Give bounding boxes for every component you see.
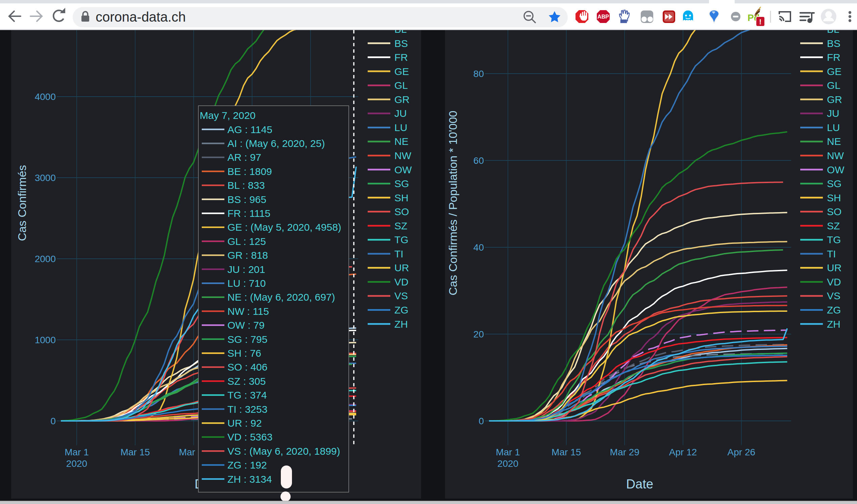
svg-text:BS: BS [827, 38, 840, 49]
svg-text:LU: LU [827, 122, 840, 133]
svg-text:GE : (May 5, 2020, 4958): GE : (May 5, 2020, 4958) [228, 222, 341, 233]
svg-text:ZH: ZH [827, 318, 840, 330]
svg-text:Cas Confirmés / Population * 1: Cas Confirmés / Population * 10'000 [447, 110, 459, 295]
svg-text:VD: VD [394, 276, 408, 288]
svg-text:ZG: ZG [394, 305, 408, 315]
svg-text:Mar 15: Mar 15 [120, 447, 150, 457]
svg-text:TG: TG [394, 234, 408, 245]
svg-text:NE: NE [394, 136, 408, 147]
svg-text:80: 80 [473, 69, 484, 79]
svg-text:GR : 818: GR : 818 [228, 250, 268, 261]
svg-text:TG: TG [827, 234, 841, 245]
svg-text:NE : (May 6, 2020, 697): NE : (May 6, 2020, 697) [228, 292, 335, 303]
svg-text:Apr 26: Apr 26 [727, 447, 756, 457]
svg-text:2020: 2020 [498, 458, 518, 469]
svg-text:FR : 1115: FR : 1115 [228, 208, 270, 219]
svg-text:3000: 3000 [35, 173, 56, 183]
svg-text:2000: 2000 [35, 254, 56, 264]
svg-text:Mar 29: Mar 29 [610, 447, 639, 457]
svg-text:TG : 374: TG : 374 [228, 389, 267, 401]
svg-text:SZ : 305: SZ : 305 [228, 376, 266, 387]
svg-text:ZH: ZH [394, 318, 408, 330]
svg-text:Mar 1: Mar 1 [65, 447, 89, 457]
svg-text:SH: SH [827, 192, 841, 203]
svg-text:TI: TI [394, 248, 403, 259]
svg-text:0: 0 [478, 416, 484, 426]
svg-text:corona-data.ch: corona-data.ch [96, 10, 186, 24]
svg-text:Mar 1: Mar 1 [496, 447, 520, 457]
svg-text:ZG: ZG [827, 305, 841, 315]
svg-text:NE: NE [827, 136, 841, 147]
svg-text:JU: JU [394, 108, 407, 119]
svg-text:OW: OW [394, 164, 412, 175]
svg-text:Cas Confirmés: Cas Confirmés [16, 165, 28, 241]
svg-text:VS: VS [394, 290, 408, 301]
svg-text:Apr 12: Apr 12 [669, 447, 697, 457]
svg-text:Date: Date [626, 477, 653, 491]
svg-text:BE : 1809: BE : 1809 [228, 166, 272, 177]
svg-text:ABP: ABP [598, 14, 609, 20]
svg-text:VD: VD [827, 276, 841, 288]
svg-text:1000: 1000 [35, 335, 56, 345]
svg-text:SH: SH [394, 192, 408, 203]
svg-text:GL: GL [394, 80, 408, 91]
svg-text:BS: BS [394, 38, 408, 49]
svg-text:NW : 115: NW : 115 [228, 306, 269, 317]
svg-text:SH : 76: SH : 76 [228, 348, 261, 359]
svg-text:ZH : 3134: ZH : 3134 [228, 474, 272, 485]
svg-text:ZG : 192: ZG : 192 [228, 459, 267, 471]
svg-text:AG : 1145: AG : 1145 [228, 124, 272, 135]
svg-text:VD : 5363: VD : 5363 [228, 431, 272, 442]
svg-text:AI : (May 6, 2020, 25): AI : (May 6, 2020, 25) [228, 138, 325, 149]
svg-text:LU: LU [394, 122, 407, 133]
svg-text:UR : 92: UR : 92 [228, 418, 262, 429]
svg-text:SG : 795: SG : 795 [228, 334, 267, 345]
svg-text:FR: FR [394, 52, 408, 63]
svg-text:SO: SO [827, 206, 841, 217]
svg-text:TI: TI [827, 248, 836, 259]
svg-text:SG: SG [394, 178, 409, 189]
svg-text:SO: SO [394, 206, 409, 217]
svg-text:LU : 710: LU : 710 [228, 278, 266, 289]
svg-text:!: ! [759, 18, 761, 26]
svg-text:TI : 3253: TI : 3253 [228, 404, 267, 415]
svg-text:VS : (May 6, 2020, 1899): VS : (May 6, 2020, 1899) [228, 446, 340, 457]
svg-text:40: 40 [473, 242, 484, 253]
svg-text:JU : 201: JU : 201 [228, 264, 265, 275]
svg-text:SZ: SZ [394, 220, 407, 231]
svg-text:Mar 15: Mar 15 [552, 447, 581, 457]
svg-text:UR: UR [394, 262, 409, 273]
svg-text:SZ: SZ [827, 220, 840, 231]
svg-text:UR: UR [827, 262, 841, 273]
svg-text:OW: OW [827, 164, 844, 175]
svg-text:SG: SG [827, 178, 841, 189]
svg-text:NW: NW [827, 150, 844, 161]
svg-text:GE: GE [394, 66, 409, 77]
svg-text:2020: 2020 [66, 458, 87, 469]
svg-text:AR : 97: AR : 97 [228, 152, 261, 163]
svg-text:GL: GL [827, 80, 840, 91]
svg-text:GE: GE [827, 66, 841, 77]
svg-text:BL : 833: BL : 833 [228, 180, 265, 191]
svg-text:60: 60 [473, 155, 484, 166]
svg-text:BS : 965: BS : 965 [228, 194, 266, 205]
svg-text:May 7, 2020: May 7, 2020 [200, 110, 255, 121]
svg-text:SO : 406: SO : 406 [228, 362, 267, 372]
svg-text:VS: VS [827, 290, 840, 301]
svg-text:FR: FR [827, 52, 840, 63]
svg-text:4000: 4000 [35, 91, 56, 102]
svg-text:0: 0 [50, 416, 56, 426]
svg-text:GR: GR [827, 94, 842, 105]
svg-text:OW : 79: OW : 79 [228, 319, 265, 331]
svg-text:GR: GR [394, 94, 409, 105]
svg-text:JU: JU [827, 108, 839, 119]
svg-text:NW: NW [394, 150, 411, 161]
svg-text:GL : 125: GL : 125 [228, 236, 266, 247]
svg-text:20: 20 [473, 329, 484, 340]
